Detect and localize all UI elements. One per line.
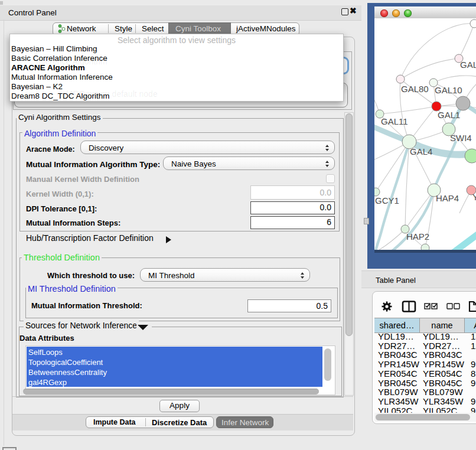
svg-text:HAP2: HAP2 [406, 231, 429, 242]
svg-text:GAL80: GAL80 [401, 84, 429, 94]
svg-text:GAL10: GAL10 [435, 85, 462, 95]
svg-text:HAP4: HAP4 [436, 193, 459, 203]
svg-text:SWI4: SWI4 [450, 133, 472, 143]
svg-text:Y: Y [472, 192, 476, 202]
svg-text:GAL4: GAL4 [410, 146, 432, 156]
svg-text:GAL11: GAL11 [381, 116, 408, 126]
svg-text:GAL: GAL [460, 60, 476, 70]
svg-text:GCY1: GCY1 [375, 195, 399, 206]
svg-text:GAL1: GAL1 [438, 110, 460, 120]
